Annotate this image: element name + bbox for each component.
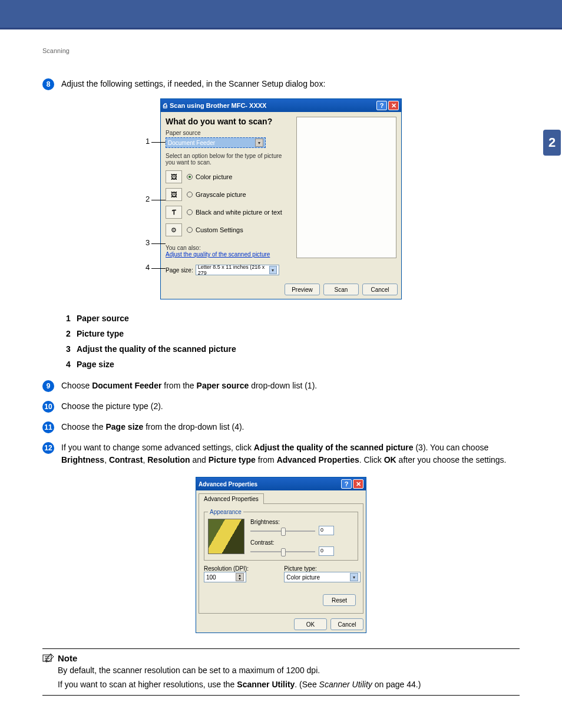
- color-picture-icon: 🖼: [166, 170, 182, 183]
- help-button[interactable]: ?: [341, 479, 352, 489]
- step-bullet-9: 9: [42, 380, 54, 392]
- chevron-down-icon: ▾: [350, 573, 358, 581]
- advanced-properties-dialog: Advanced Properties ? ✕ Advanced Propert…: [196, 477, 366, 633]
- step-12-text: If you want to change some advanced sett…: [61, 442, 520, 466]
- chevron-down-icon: ▾: [269, 266, 277, 274]
- option-color-label: Color picture: [196, 173, 232, 180]
- callout-definitions: 1Paper source 2Picture type 3Adjust the …: [66, 314, 520, 369]
- page-size-label: Page size:: [166, 267, 193, 274]
- picture-type-value: Color picture: [286, 574, 320, 581]
- picture-type-dropdown[interactable]: Color picture ▾: [284, 572, 361, 582]
- step-10-text: Choose the picture type (2).: [61, 400, 520, 413]
- step-bullet-11: 11: [42, 421, 54, 433]
- running-header: Scanning: [42, 47, 520, 54]
- page-size-dropdown[interactable]: Letter 8.5 x 11 inches (216 x 279 ▾: [196, 265, 279, 275]
- radio-bw[interactable]: [187, 209, 193, 215]
- preview-thumbnail: [208, 519, 244, 554]
- option-color-picture[interactable]: 🖼 Color picture: [166, 170, 292, 183]
- you-can-also-text: You can also:: [166, 245, 292, 251]
- radio-custom[interactable]: [187, 227, 193, 233]
- step-11: 11 Choose the Page size from the drop-do…: [42, 421, 520, 433]
- callout-2: 2: [146, 195, 150, 203]
- grayscale-picture-icon: 🖼: [166, 188, 182, 201]
- ok-button[interactable]: OK: [294, 618, 327, 630]
- appearance-legend: Appearance: [208, 509, 243, 515]
- note-block: Note By default, the scanner resolution …: [42, 648, 520, 696]
- step-9: 9 Choose Document Feeder from the Paper …: [42, 380, 520, 392]
- option-grayscale-label: Grayscale picture: [196, 191, 246, 198]
- spinner-buttons-icon[interactable]: ▲▼: [236, 573, 244, 581]
- option-custom-settings[interactable]: ⚙ Custom Settings: [166, 223, 292, 236]
- top-blue-bar: [0, 0, 562, 29]
- step-11-text: Choose the Page size from the drop-down …: [61, 421, 520, 433]
- callout-4: 4: [146, 263, 150, 272]
- dialog2-title: Advanced Properties: [199, 481, 257, 487]
- contrast-slider[interactable]: [250, 547, 315, 556]
- chevron-down-icon: ▾: [255, 139, 263, 147]
- resolution-value: 100: [206, 574, 216, 581]
- figure-scanner-setup: 1 2 3 4 ⎙ Scan using Brother MFC- XXXX ?…: [42, 98, 520, 299]
- step-10: 10 Choose the picture type (2).: [42, 400, 520, 413]
- radio-color[interactable]: [187, 174, 193, 180]
- cancel-button[interactable]: Cancel: [330, 618, 363, 630]
- page-size-value: Letter 8.5 x 11 inches (216 x 279: [198, 264, 269, 276]
- page-content: 2 Scanning 8 Adjust the following settin…: [31, 29, 531, 728]
- step-12: 12 If you want to change some advanced s…: [42, 442, 520, 466]
- option-bw-picture[interactable]: Ƭ Black and white picture or text: [166, 206, 292, 219]
- close-button[interactable]: ✕: [388, 101, 399, 110]
- note-line-1: By default, the scanner resolution can b…: [58, 666, 520, 675]
- adjust-quality-link[interactable]: Adjust the quality of the scanned pictur…: [166, 251, 292, 258]
- brightness-label: Brightness:: [250, 519, 354, 525]
- close-button[interactable]: ✕: [353, 479, 363, 489]
- option-bw-label: Black and white picture or text: [196, 209, 282, 216]
- contrast-label: Contrast:: [250, 539, 354, 546]
- paper-source-label: Paper source: [166, 130, 292, 136]
- appearance-group: Appearance Brightness: 0: [204, 509, 358, 561]
- callout-1: 1: [146, 137, 150, 146]
- brightness-value[interactable]: 0: [319, 526, 334, 535]
- resolution-label: Resolution (DPI):: [204, 565, 278, 572]
- paper-source-value: Document Feeder: [168, 140, 215, 146]
- tab-advanced-properties[interactable]: Advanced Properties: [199, 493, 264, 504]
- step-9-text: Choose Document Feeder from the Paper so…: [61, 380, 520, 392]
- dialog2-titlebar: Advanced Properties ? ✕: [196, 477, 366, 490]
- cancel-button[interactable]: Cancel: [362, 284, 398, 295]
- note-line-2: If you want to scan at higher resolution…: [58, 680, 520, 689]
- scan-button[interactable]: Scan: [323, 284, 359, 295]
- step-bullet-12: 12: [42, 442, 54, 454]
- dialog1-titlebar: ⎙ Scan using Brother MFC- XXXX ? ✕: [161, 99, 401, 112]
- radio-grayscale[interactable]: [187, 192, 193, 197]
- dialog1-title: Scan using Brother MFC- XXXX: [170, 102, 266, 109]
- preview-area: [296, 117, 396, 258]
- option-grayscale-picture[interactable]: 🖼 Grayscale picture: [166, 188, 292, 201]
- step-bullet-10: 10: [42, 401, 54, 413]
- note-pencil-icon: [42, 653, 55, 663]
- option-custom-label: Custom Settings: [196, 226, 243, 233]
- reset-button[interactable]: Reset: [323, 594, 356, 606]
- note-heading: Note: [58, 653, 77, 663]
- select-option-text: Select an option below for the type of p…: [166, 153, 292, 166]
- figure-advanced-properties: Advanced Properties ? ✕ Advanced Propert…: [42, 475, 520, 633]
- custom-settings-icon: ⚙: [166, 223, 182, 236]
- preview-button[interactable]: Preview: [285, 284, 320, 295]
- bw-text-icon: Ƭ: [166, 206, 182, 219]
- scan-question: What do you want to scan?: [166, 117, 292, 126]
- scanner-setup-dialog: 1 2 3 4 ⎙ Scan using Brother MFC- XXXX ?…: [160, 98, 402, 299]
- picture-type-label: Picture type:: [284, 565, 358, 572]
- contrast-value[interactable]: 0: [319, 546, 334, 556]
- paper-source-dropdown[interactable]: Document Feeder ▾: [166, 137, 266, 148]
- resolution-spinner[interactable]: 100 ▲▼: [204, 572, 246, 582]
- scan-wizard-icon: ⎙: [163, 102, 167, 109]
- step-8: 8 Adjust the following settings, if need…: [42, 78, 520, 90]
- brightness-slider[interactable]: [250, 526, 315, 536]
- callout-3: 3: [146, 238, 150, 247]
- step-bullet-8: 8: [42, 78, 54, 90]
- step-8-text: Adjust the following settings, if needed…: [61, 78, 520, 90]
- help-button[interactable]: ?: [376, 101, 387, 110]
- chapter-tab: 2: [543, 130, 561, 156]
